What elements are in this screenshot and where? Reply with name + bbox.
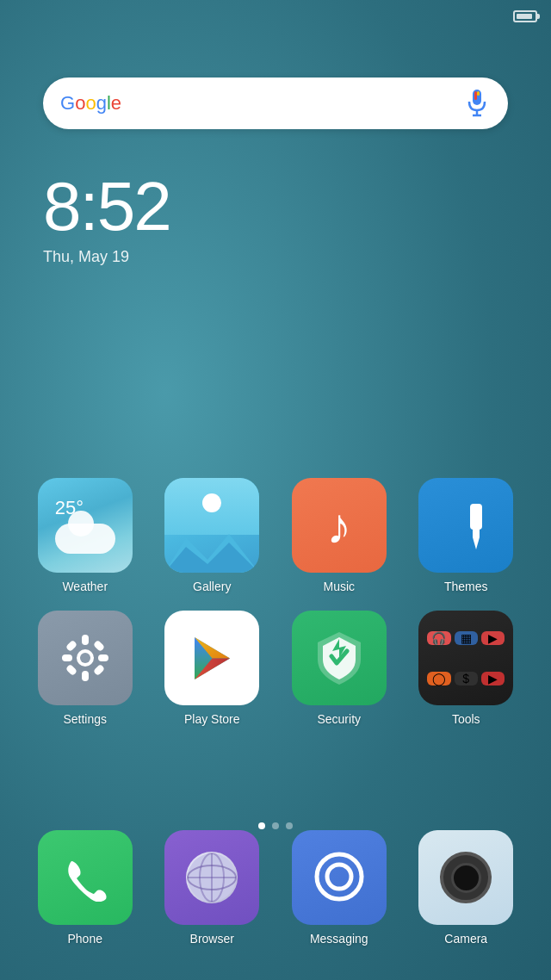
svg-marker-9 (473, 537, 480, 549)
app-music[interactable]: ♪ Music (280, 478, 399, 593)
camera-lens-icon (440, 852, 492, 903)
app-playstore[interactable]: Play Store (153, 611, 272, 726)
shield-icon (314, 630, 364, 686)
messaging-icon (292, 830, 387, 925)
app-browser[interactable]: Browser (153, 830, 272, 946)
svg-rect-14 (62, 654, 72, 661)
svg-rect-7 (470, 504, 482, 530)
tool-mini-4: ◯ (427, 672, 450, 685)
playstore-icon (164, 611, 259, 705)
phone-icon (38, 830, 133, 925)
browser-icon (164, 830, 259, 925)
app-settings[interactable]: Settings (26, 611, 145, 726)
google-logo: Google (60, 92, 121, 115)
tool-mini-3: ▶ (481, 631, 505, 645)
paintbrush-icon (440, 499, 492, 551)
app-gallery[interactable]: Gallery (153, 478, 272, 593)
svg-rect-3 (474, 91, 477, 100)
battery-icon (513, 10, 537, 22)
music-icon: ♪ (292, 478, 387, 573)
gallery-icon (164, 478, 259, 573)
camera-icon (418, 830, 513, 925)
app-grid: 25° Weather Gallery ♪ Music (0, 478, 551, 726)
themes-label: Themes (444, 580, 488, 593)
clock-date: Thu, May 19 (43, 248, 170, 266)
dock: Phone Browser Messaging (0, 830, 551, 946)
svg-rect-16 (65, 640, 77, 652)
weather-icon: 25° (38, 478, 133, 573)
page-dot-2[interactable] (272, 822, 279, 829)
music-note-icon: ♪ (326, 497, 351, 555)
tools-icon: 🎧 ▦ ▶ ◯ $ ▶ (418, 611, 513, 705)
camera-label: Camera (444, 932, 487, 946)
themes-icon (418, 478, 513, 573)
music-label: Music (323, 580, 355, 593)
svg-rect-13 (82, 671, 89, 681)
phone-handset-icon (61, 854, 108, 902)
svg-rect-19 (93, 664, 105, 676)
app-weather[interactable]: 25° Weather (26, 478, 145, 593)
status-bar (513, 10, 537, 22)
weather-cloud-icon (55, 524, 115, 554)
svg-rect-15 (98, 654, 108, 661)
tools-label: Tools (452, 712, 480, 726)
settings-label: Settings (63, 712, 107, 726)
clock-time: 8:52 (43, 172, 170, 241)
security-label: Security (317, 712, 361, 726)
svg-point-11 (80, 653, 90, 663)
svg-point-26 (327, 865, 351, 889)
app-themes[interactable]: Themes (407, 478, 526, 593)
tool-mini-1: 🎧 (427, 631, 450, 645)
weather-label: Weather (62, 580, 108, 593)
svg-rect-18 (65, 664, 77, 676)
browser-label: Browser (190, 932, 234, 946)
security-icon (292, 611, 387, 705)
message-bubble-icon (313, 851, 366, 904)
playstore-label: Play Store (184, 712, 240, 726)
tool-mini-6: ▶ (481, 672, 505, 685)
tool-mini-2: ▦ (455, 631, 478, 645)
tool-mini-5: $ (455, 672, 478, 685)
clock-widget: 8:52 Thu, May 19 (43, 172, 170, 266)
app-messaging[interactable]: Messaging (280, 830, 399, 946)
svg-rect-4 (477, 91, 480, 96)
settings-icon (38, 611, 133, 705)
planet-icon (186, 852, 238, 903)
svg-point-25 (317, 854, 362, 899)
app-security[interactable]: Security (280, 611, 399, 726)
gear-icon (59, 631, 112, 685)
microphone-icon[interactable] (463, 90, 491, 117)
svg-rect-8 (473, 527, 480, 537)
app-tools[interactable]: 🎧 ▦ ▶ ◯ $ ▶ Tools (407, 611, 526, 726)
svg-rect-12 (82, 635, 89, 645)
app-camera[interactable]: Camera (407, 830, 526, 946)
page-dot-3[interactable] (286, 822, 293, 829)
phone-label: Phone (68, 932, 102, 946)
search-bar[interactable]: Google (43, 78, 508, 129)
app-phone[interactable]: Phone (26, 830, 145, 946)
gallery-label: Gallery (193, 580, 231, 593)
play-triangle-icon (184, 630, 240, 686)
svg-rect-17 (93, 640, 105, 652)
camera-lens-inner-icon (451, 863, 481, 893)
page-dots (0, 822, 551, 829)
page-dot-1[interactable] (258, 822, 265, 829)
messaging-label: Messaging (310, 932, 368, 946)
